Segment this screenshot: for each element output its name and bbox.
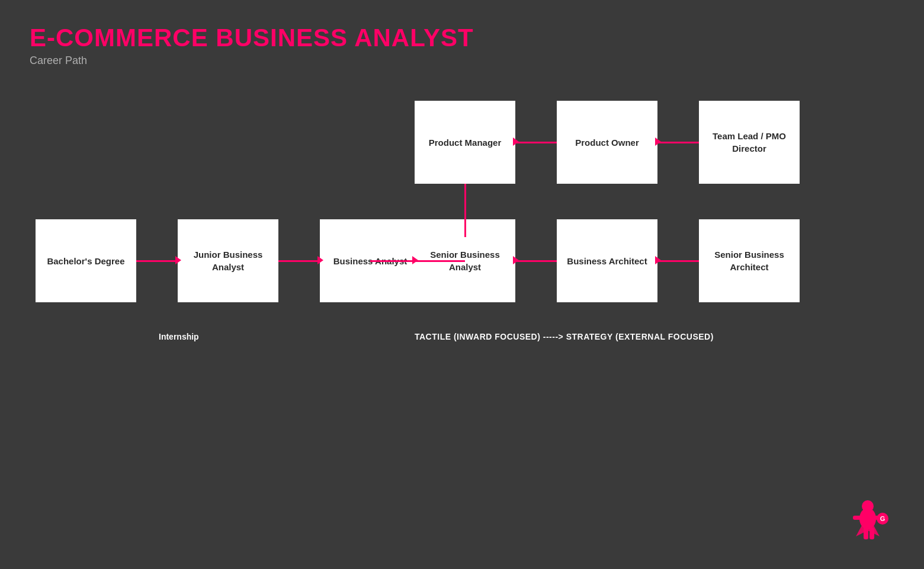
box-junior-ba: Junior Business Analyst [178, 219, 278, 302]
arrow-top-2 [655, 138, 661, 146]
page-subtitle: Career Path [30, 55, 894, 67]
arrow-top-1 [513, 138, 519, 146]
label-strategy: TACTILE (INWARD FOCUSED) -----> STRATEGY… [415, 332, 714, 341]
header: E-COMMERCE BUSINESS ANALYST Career Path [0, 0, 924, 73]
page-title: E-COMMERCE BUSINESS ANALYST [30, 24, 894, 52]
connector-top-1 [515, 142, 557, 143]
connector-vertical [464, 184, 466, 237]
g-badge: G [877, 513, 888, 525]
svg-point-1 [862, 500, 874, 512]
connector-1 [136, 260, 178, 262]
svg-rect-5 [853, 516, 862, 520]
hero-figure: G [847, 498, 888, 545]
arrow-4 [513, 256, 519, 264]
box-team-lead: Team Lead / PMO Director [699, 101, 800, 184]
label-internship: Internship [159, 332, 199, 341]
arrow-5 [655, 256, 661, 264]
svg-rect-4 [870, 528, 874, 539]
arrow-2 [317, 256, 323, 264]
connector-5 [657, 260, 699, 262]
box-business-architect: Business Architect [557, 219, 657, 302]
svg-rect-3 [864, 528, 868, 539]
connector-top-2 [657, 142, 699, 143]
diagram-area: Product Manager Product Owner Team Lead … [0, 83, 924, 379]
box-product-owner: Product Owner [557, 101, 657, 184]
connector-4 [515, 260, 557, 262]
box-product-manager: Product Manager [415, 101, 515, 184]
arrow-3 [412, 256, 418, 264]
logo-area: G [847, 498, 888, 545]
box-bachelors: Bachelor's Degree [36, 219, 136, 302]
box-senior-architect: Senior Business Architect [699, 219, 800, 302]
arrow-1 [175, 256, 181, 264]
connector-2 [278, 260, 320, 262]
